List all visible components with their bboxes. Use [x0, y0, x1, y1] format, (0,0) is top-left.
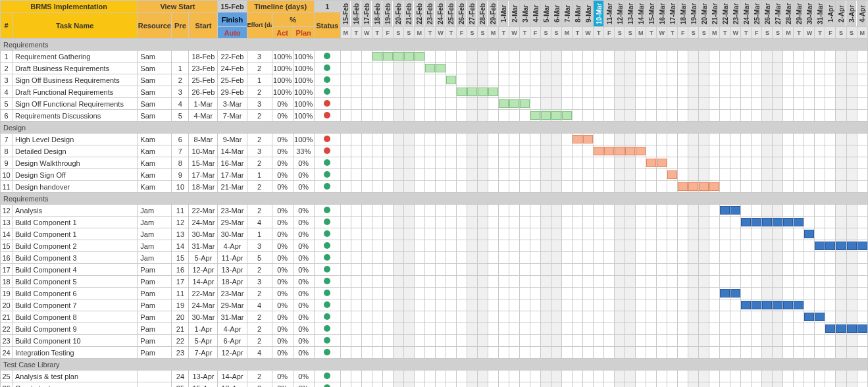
- gantt-cell[interactable]: [657, 299, 667, 311]
- gantt-cell[interactable]: [857, 110, 867, 122]
- gantt-cell[interactable]: [709, 205, 720, 217]
- gantt-cell[interactable]: [836, 205, 846, 217]
- gantt-cell[interactable]: [604, 181, 615, 193]
- gantt-cell[interactable]: [424, 98, 435, 110]
- gantt-cell[interactable]: [477, 134, 488, 145]
- gantt-cell[interactable]: [836, 228, 846, 240]
- gantt-cell[interactable]: [435, 98, 446, 110]
- gantt-cell[interactable]: [340, 335, 351, 347]
- gantt-cell[interactable]: [604, 264, 615, 276]
- gantt-cell[interactable]: [604, 240, 615, 252]
- gantt-cell[interactable]: [382, 98, 393, 110]
- gantt-cell[interactable]: [393, 181, 403, 193]
- gantt-cell[interactable]: [836, 157, 846, 169]
- gantt-cell[interactable]: [351, 98, 361, 110]
- gantt-cell[interactable]: [783, 252, 794, 264]
- gantt-cell[interactable]: [667, 288, 678, 299]
- task-row[interactable]: 14Build Component 1Jam1330-Mar30-Mar10%0…: [1, 228, 868, 240]
- gantt-cell[interactable]: [794, 252, 804, 264]
- cell-finish[interactable]: 7-Mar: [218, 110, 247, 122]
- gantt-cell[interactable]: [562, 288, 573, 299]
- gantt-cell[interactable]: [594, 86, 604, 98]
- gantt-cell[interactable]: [794, 181, 804, 193]
- gantt-cell[interactable]: [636, 323, 646, 335]
- gantt-cell[interactable]: [615, 371, 625, 382]
- gantt-cell[interactable]: [477, 335, 488, 347]
- gantt-cell[interactable]: [467, 371, 477, 382]
- gantt-cell[interactable]: [846, 264, 857, 276]
- gantt-cell[interactable]: [762, 63, 773, 74]
- gantt-cell[interactable]: [699, 86, 709, 98]
- gantt-cell[interactable]: [857, 264, 867, 276]
- gantt-cell[interactable]: [562, 311, 573, 323]
- gantt-cell[interactable]: [836, 169, 846, 181]
- gantt-cell[interactable]: [393, 157, 403, 169]
- gantt-cell[interactable]: [709, 371, 720, 382]
- gantt-cell[interactable]: [403, 371, 414, 382]
- task-row[interactable]: 20Build Component 7Pam1924-Mar29-Mar40%0…: [1, 299, 868, 311]
- gantt-cell[interactable]: [351, 145, 361, 157]
- gantt-cell[interactable]: [573, 288, 583, 299]
- gantt-cell[interactable]: [804, 288, 815, 299]
- gantt-cell[interactable]: [804, 228, 815, 240]
- cell-effort[interactable]: 2: [247, 157, 272, 169]
- gantt-cell[interactable]: [667, 311, 678, 323]
- gantt-cell[interactable]: [604, 134, 615, 145]
- gantt-cell[interactable]: [594, 74, 604, 86]
- gantt-cell[interactable]: [699, 110, 709, 122]
- gantt-cell[interactable]: [509, 264, 520, 276]
- task-row[interactable]: 5Sign Off Functional RequirementsSam41-M…: [1, 98, 868, 110]
- gantt-cell[interactable]: [372, 217, 382, 228]
- gantt-cell[interactable]: [541, 98, 551, 110]
- gantt-cell[interactable]: [424, 323, 435, 335]
- gantt-cell[interactable]: [520, 169, 530, 181]
- gantt-cell[interactable]: [477, 145, 488, 157]
- gantt-cell[interactable]: [688, 63, 699, 74]
- gantt-cell[interactable]: [456, 181, 467, 193]
- gantt-cell[interactable]: [625, 299, 636, 311]
- gantt-cell[interactable]: [551, 98, 562, 110]
- gantt-cell[interactable]: [773, 371, 783, 382]
- cell-resource[interactable]: Kam: [138, 169, 172, 181]
- gantt-cell[interactable]: [741, 264, 752, 276]
- cell-resource[interactable]: Jam: [138, 217, 172, 228]
- gantt-cell[interactable]: [488, 240, 498, 252]
- gantt-cell[interactable]: [699, 157, 709, 169]
- gantt-cell[interactable]: [361, 98, 372, 110]
- gantt-cell[interactable]: [583, 371, 594, 382]
- gantt-cell[interactable]: [604, 217, 615, 228]
- gantt-cell[interactable]: [393, 205, 403, 217]
- gantt-cell[interactable]: [709, 181, 720, 193]
- gantt-cell[interactable]: [509, 169, 520, 181]
- gantt-cell[interactable]: [541, 157, 551, 169]
- gantt-cell[interactable]: [382, 252, 393, 264]
- cell-finish[interactable]: 9-Mar: [218, 134, 247, 145]
- gantt-cell[interactable]: [699, 276, 709, 288]
- gantt-cell[interactable]: [414, 63, 424, 74]
- gantt-cell[interactable]: [846, 134, 857, 145]
- gantt-cell[interactable]: [646, 145, 657, 157]
- gantt-cell[interactable]: [741, 169, 752, 181]
- cell-effort[interactable]: 2: [247, 323, 272, 335]
- gantt-cell[interactable]: [340, 98, 351, 110]
- gantt-cell[interactable]: [783, 205, 794, 217]
- gantt-cell[interactable]: [351, 157, 361, 169]
- cell-act[interactable]: 0%: [272, 335, 293, 347]
- gantt-cell[interactable]: [393, 228, 403, 240]
- cell-act[interactable]: 0%: [272, 169, 293, 181]
- gantt-cell[interactable]: [604, 98, 615, 110]
- cell-plan[interactable]: 100%: [293, 86, 314, 98]
- gantt-cell[interactable]: [625, 134, 636, 145]
- gantt-cell[interactable]: [594, 110, 604, 122]
- gantt-cell[interactable]: [636, 371, 646, 382]
- gantt-cell[interactable]: [361, 252, 372, 264]
- gantt-cell[interactable]: [678, 311, 688, 323]
- gantt-cell[interactable]: [646, 63, 657, 74]
- gantt-cell[interactable]: [520, 252, 530, 264]
- gantt-cell[interactable]: [709, 145, 720, 157]
- gantt-cell[interactable]: [667, 382, 678, 388]
- gantt-cell[interactable]: [372, 145, 382, 157]
- gantt-cell[interactable]: [804, 51, 815, 63]
- gantt-cell[interactable]: [403, 51, 414, 63]
- gantt-cell[interactable]: [857, 228, 867, 240]
